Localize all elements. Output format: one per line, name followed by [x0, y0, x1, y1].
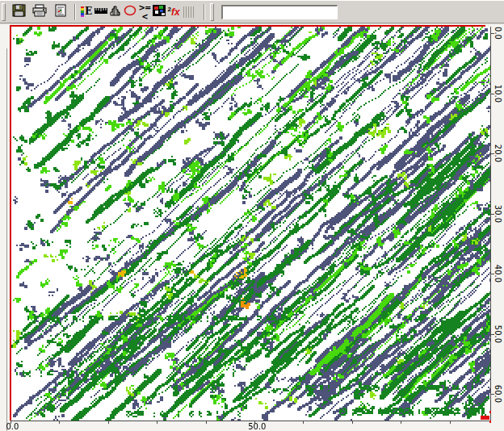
color-legend-button[interactable]: E	[79, 3, 94, 21]
y-axis-label: 10.0	[494, 84, 502, 102]
y-axis-label: 60.0	[494, 385, 502, 403]
client-left-edge	[6, 48, 7, 431]
formula-fx: fx	[171, 6, 180, 18]
map-client-area: 0.050.00.010.020.030.040.050.060.0	[0, 24, 504, 431]
y-axis-label: 50.0	[494, 324, 502, 342]
x-axis-tick	[401, 421, 401, 424]
x-axis-label: 0.0	[6, 422, 19, 431]
profile-icon: >=<	[138, 3, 151, 21]
x-axis-tick	[450, 421, 451, 424]
toolbar-gripper[interactable]	[2, 3, 6, 21]
x-axis-tick	[157, 421, 158, 424]
grid-lines-button[interactable]	[181, 3, 195, 21]
cursor-marker[interactable]	[481, 416, 489, 420]
ellipse-icon	[124, 5, 136, 19]
save-icon	[12, 4, 26, 19]
toolbar: E	[0, 0, 504, 23]
x-axis-tick	[108, 421, 109, 424]
y-axis-label: 20.0	[494, 144, 502, 162]
legend-icon: E	[81, 6, 92, 18]
x-axis-line	[10, 421, 491, 421]
x-axis-tick	[206, 421, 207, 424]
toolbar-text-field[interactable]	[221, 5, 338, 19]
image-doc-icon	[55, 4, 66, 19]
x-axis-tick	[352, 421, 353, 424]
legend-letter: E	[85, 6, 92, 17]
histogram-icon	[110, 5, 122, 19]
cursor-marker-dash-top	[489, 411, 491, 413]
print-button[interactable]	[30, 3, 49, 21]
toolbar-separator-2	[204, 4, 205, 20]
print-icon	[32, 4, 47, 19]
ruler-icon	[94, 6, 107, 18]
formula-icon: 2fx	[167, 6, 179, 18]
formula-button[interactable]: 2fx	[166, 3, 181, 21]
y-axis-label: 0.0	[494, 27, 502, 40]
classify-button[interactable]	[152, 3, 166, 21]
export-image-button[interactable]	[51, 3, 70, 21]
profile-button[interactable]: >=<	[137, 3, 152, 21]
x-axis-tick	[59, 421, 60, 424]
toolbar-separator	[74, 4, 76, 20]
y-axis-label: 30.0	[494, 204, 502, 222]
save-button[interactable]	[9, 3, 28, 21]
cursor-marker-dash-bottom	[489, 421, 491, 423]
comb-icon	[183, 6, 194, 18]
x-axis-label: 50.0	[248, 422, 266, 431]
classify-icon	[153, 5, 166, 19]
ellipse-button[interactable]	[123, 3, 137, 21]
raster-map-canvas[interactable]	[11, 27, 490, 421]
legend-color-strip	[81, 6, 84, 18]
y-axis-label: 40.0	[494, 265, 502, 282]
y-axis-line	[490, 27, 491, 421]
measure-button[interactable]	[94, 3, 108, 21]
x-axis-tick	[303, 421, 304, 424]
histogram-button[interactable]	[108, 3, 123, 21]
toolbar-gripper-2[interactable]	[210, 3, 214, 21]
